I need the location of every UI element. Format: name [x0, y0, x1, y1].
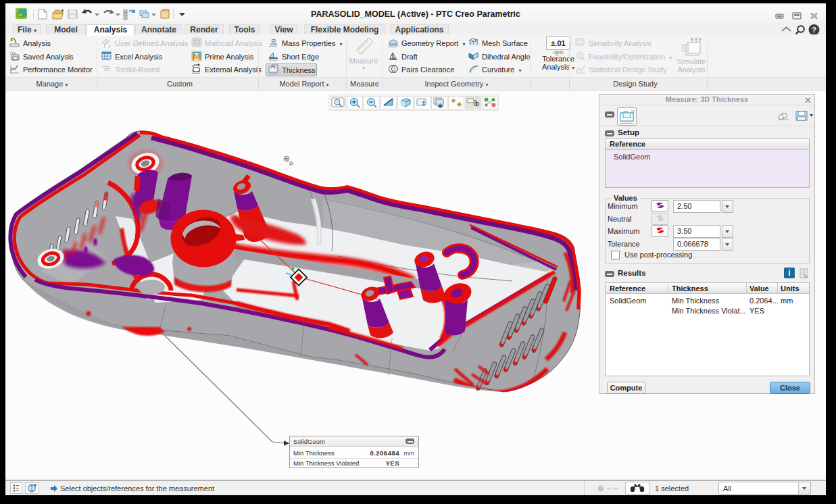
svg-text:M: M — [193, 53, 199, 61]
svg-text:×: × — [10, 38, 13, 43]
svg-text:?: ? — [812, 26, 816, 34]
